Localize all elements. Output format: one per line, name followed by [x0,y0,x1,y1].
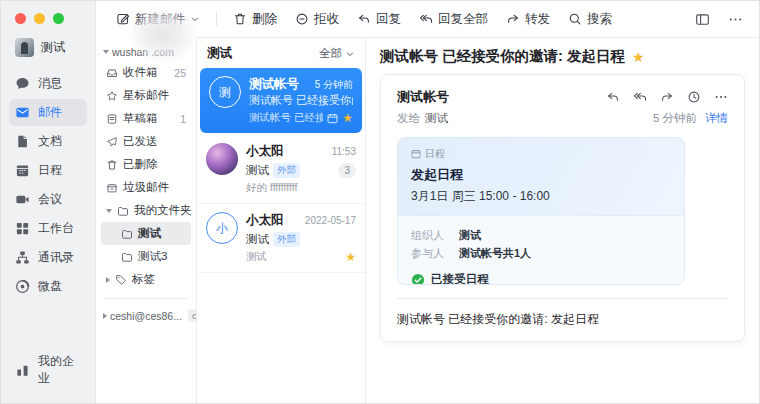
folder-deleted[interactable]: 已删除 [101,153,191,176]
sidebar-item-label: 文档 [38,133,62,150]
clock-icon[interactable] [687,90,701,104]
search-button[interactable]: 搜索 [560,7,620,32]
event-title: 发起日程 [411,166,671,184]
sidebar-item-label: 会议 [38,191,62,208]
block-icon [295,12,309,26]
reply-all-label: 回复全部 [438,11,488,28]
reply-icon [357,12,371,26]
window-controls [1,9,95,34]
mail-shell: 新建邮件 删除 拒收 回复 回复全部 转发 [96,1,759,403]
search-label: 搜索 [587,11,612,28]
calendar-icon [15,163,30,178]
message-preview-line2: 测试帐号 已经接受你的邀请 [249,111,323,125]
sidebar-item-contacts[interactable]: 通讯录 [9,244,87,271]
folder-test[interactable]: 测试 [101,222,191,245]
reply-all-icon[interactable] [633,90,647,104]
tag-icon [115,274,127,286]
external-badge: 外部 [273,232,300,247]
message-list-item[interactable]: 测 测试帐号 5 分钟前 测试帐号 已经接受你的邀请: 发... 测试帐号 已经… [200,68,362,133]
sidebar-item-label: 通讯录 [38,249,74,266]
user-name: 测试 [41,39,65,56]
account-row[interactable]: wushan .com [101,43,191,61]
sidebar-item-meetings[interactable]: 会议 [9,186,87,213]
folder-junk[interactable]: 垃圾邮件 [101,176,191,199]
list-filter-dropdown[interactable]: 全部 [319,46,355,61]
compose-button[interactable]: 新建邮件 [108,7,208,32]
sidebar-item-label: 邮件 [38,104,62,121]
forward-button[interactable]: 转发 [498,7,558,32]
sender-name: 小太阳 [246,212,284,229]
participants-value: 测试帐号共1人 [459,246,531,261]
folder-label: 垃圾邮件 [123,180,169,195]
message-list-item[interactable]: 小太阳 11:53 测试 外部 3 好的 ffffffffff [197,135,365,204]
reading-pane: 测试帐号 已经接受你的邀请: 发起日程 ★ 测试帐号 [366,37,759,403]
draft-icon [106,113,118,125]
list-folder-title: 测试 [207,45,232,62]
user-profile[interactable]: 测试 [9,34,87,61]
mail-card: 测试帐号 发给 测试 5 分钟前 [380,74,745,342]
secondary-account-row[interactable]: ceshi@ces86... ceshi [101,306,191,325]
folder-test3[interactable]: 测试3 [101,245,191,268]
reject-button[interactable]: 拒收 [287,7,347,32]
folder-my-folders[interactable]: 我的文件夹 [101,199,191,222]
more-icon[interactable] [714,90,728,104]
folder-starred[interactable]: 星标邮件 [101,84,191,107]
inbox-icon [106,67,118,79]
search-icon [568,12,582,26]
delete-label: 删除 [252,11,277,28]
message-time: 11:53 [332,146,356,157]
chevron-down-icon [345,49,355,59]
sender-name: 小太阳 [246,143,284,160]
calendar-event-card[interactable]: 日程 发起日程 3月1日 周三 15:00 - 16:00 组织人 测试 参 [397,137,685,285]
event-datetime: 3月1日 周三 15:00 - 16:00 [411,188,671,205]
message-time: 2022-05-17 [305,215,356,226]
folder-label: 星标邮件 [123,88,169,103]
star-outline-icon [106,90,118,102]
document-icon [15,134,30,149]
sidebar-item-label: 消息 [38,75,62,92]
organizer-value: 测试 [459,228,481,243]
details-link[interactable]: 详情 [705,111,728,126]
minimize-window-button[interactable] [34,13,45,24]
folder-divider [104,298,188,299]
app-sidebar: 测试 消息 邮件 文档 日程 会议 工作台 通讯录 [1,1,96,403]
sidebar-item-my-company[interactable]: 我的企业 [9,348,87,392]
sidebar-item-label: 日程 [38,162,62,179]
folder-drafts[interactable]: 草稿箱 1 [101,107,191,130]
disclosure-icon [106,209,112,213]
reply-icon[interactable] [606,90,620,104]
sidebar-item-workbench[interactable]: 工作台 [9,215,87,242]
trash-icon [106,159,118,171]
layout-icon [695,12,710,27]
forward-icon[interactable] [660,90,674,104]
delete-button[interactable]: 删除 [225,7,285,32]
trash-icon [233,12,247,26]
send-icon [106,136,118,148]
reply-button[interactable]: 回复 [349,7,409,32]
folder-inbox[interactable]: 收件箱 25 [101,61,191,84]
reply-all-button[interactable]: 回复全部 [411,7,496,32]
disclosure-icon [103,313,107,319]
star-icon[interactable]: ★ [345,251,356,263]
sidebar-item-messages[interactable]: 消息 [9,70,87,97]
reading-pane-layout-button[interactable] [691,8,714,31]
avatar [206,143,238,175]
star-icon[interactable]: ★ [632,50,645,64]
mail-icon [15,105,30,120]
sidebar-item-docs[interactable]: 文档 [9,128,87,155]
folder-sent[interactable]: 已发送 [101,130,191,153]
message-list-item[interactable]: 小 小太阳 2022-05-17 测试 外部 测试 ★ [197,204,365,273]
maximize-window-button[interactable] [53,13,64,24]
more-options-button[interactable] [724,8,747,31]
sidebar-item-mail[interactable]: 邮件 [9,99,87,126]
message-list-header: 测试 全部 [197,38,365,67]
star-icon[interactable]: ★ [342,112,353,124]
reply-label: 回复 [376,11,401,28]
sidebar-item-calendar[interactable]: 日程 [9,157,87,184]
sidebar-item-drive[interactable]: 微盘 [9,273,87,300]
folder-tags[interactable]: 标签 [101,268,191,291]
mail-time: 5 分钟前 [653,111,697,126]
close-window-button[interactable] [15,13,26,24]
app-window: 测试 消息 邮件 文档 日程 会议 工作台 通讯录 [0,0,760,404]
list-filter-label: 全部 [319,46,342,61]
